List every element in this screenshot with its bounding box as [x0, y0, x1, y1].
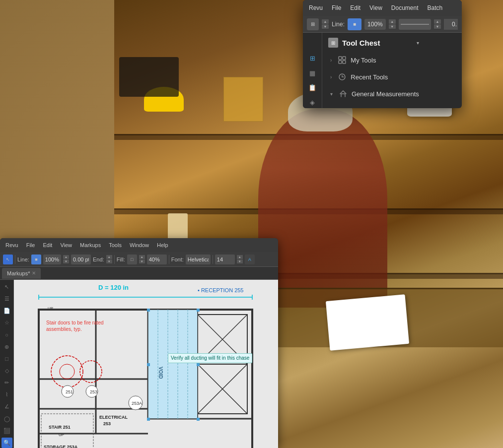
- bp-fill-percent-input[interactable]: [147, 255, 167, 264]
- menu-batch[interactable]: Batch: [424, 2, 447, 13]
- bp-menu-revu[interactable]: Revu: [2, 241, 22, 249]
- bp-sidebar-hand[interactable]: ☰: [1, 294, 12, 304]
- arrow-up-2[interactable]: ▲: [389, 19, 396, 24]
- bp-arrow-down[interactable]: ▼: [63, 259, 69, 263]
- bp-fill-arrows[interactable]: ▲ ▼: [139, 255, 145, 263]
- bp-end-up[interactable]: ▲: [106, 255, 112, 259]
- general-measurements-label: General Measurements: [352, 90, 419, 98]
- svg-rect-2: [339, 61, 342, 64]
- svg-rect-32: [147, 309, 150, 312]
- bp-font-size-input[interactable]: [215, 255, 235, 264]
- bp-percent-arrows[interactable]: ▲ ▼: [63, 255, 69, 263]
- menu-document[interactable]: Document: [387, 2, 423, 13]
- svg-text:253A: 253A: [132, 401, 142, 406]
- bp-sidebar-ellipse[interactable]: ◯: [1, 414, 12, 424]
- bp-fill-up[interactable]: ▲: [139, 255, 145, 259]
- menu-item-my-tools[interactable]: › My Tools: [322, 52, 425, 68]
- bp-sidebar-bookmark[interactable]: ☆: [1, 318, 12, 328]
- toolbar-arrows-3[interactable]: ▲ ▼: [434, 19, 441, 29]
- toolbar-arrows-1[interactable]: ▲ ▼: [322, 19, 329, 29]
- bp-menu-window[interactable]: Window: [126, 241, 152, 249]
- svg-rect-27: [148, 310, 198, 419]
- bp-fill-down[interactable]: ▼: [139, 259, 145, 263]
- side-icon-doc[interactable]: 📋: [306, 82, 318, 94]
- bp-menu-help[interactable]: Help: [153, 241, 172, 249]
- tab-markups-label: Markups*: [7, 270, 30, 276]
- menu-item-recent-tools[interactable]: › Recent Tools: [322, 68, 425, 85]
- blueprint-window: Revu File Edit View Markups Tools Window…: [0, 238, 278, 448]
- svg-text:VOID: VOID: [158, 367, 163, 379]
- bp-menu-tools[interactable]: Tools: [105, 241, 125, 249]
- bp-line-color[interactable]: ■: [31, 255, 41, 264]
- bp-sidebar-select[interactable]: ↖: [1, 282, 12, 292]
- bp-end-arrows[interactable]: ▲ ▼: [106, 255, 112, 263]
- tab-markups[interactable]: Markups* ✕: [2, 268, 41, 279]
- bp-drawing-area[interactable]: STAIR 251 UP ELECTRICAL 253 251 253 STOR…: [14, 280, 278, 448]
- bp-line-width-input[interactable]: [71, 255, 91, 264]
- svg-rect-0: [339, 57, 342, 60]
- bp-sidebar-fill[interactable]: ⬛: [1, 426, 12, 436]
- bp-sidebar-line[interactable]: ⌇: [1, 389, 12, 400]
- bp-sidebar-diamond[interactable]: ◇: [1, 366, 12, 376]
- svg-text:UP: UP: [48, 306, 53, 311]
- bp-main-content: ↖ ☰ 📄 ☆ ○ ⊕ □ ◇ ✏ ⌇ ∠ ◯ ⬛ 🔍: [0, 280, 278, 448]
- bp-tool-extra[interactable]: A: [245, 255, 255, 264]
- svg-rect-3: [343, 61, 346, 64]
- tool-chest-dropdown: Revu File Edit View Document Batch ⊞ ▲ ▼…: [303, 0, 462, 108]
- svg-text:STAIR 251: STAIR 251: [49, 425, 71, 430]
- bp-arrow-up[interactable]: ▲: [63, 255, 69, 259]
- bp-font-label: Font:: [171, 256, 184, 262]
- side-icon-grid[interactable]: ⊞: [306, 53, 318, 64]
- svg-rect-34: [147, 418, 150, 421]
- svg-text:253: 253: [103, 421, 111, 426]
- stair-annotation: Stair doors to be fire rated assemblies,…: [46, 320, 121, 332]
- toolbar-number-input[interactable]: [444, 19, 458, 30]
- menu-view[interactable]: View: [365, 2, 386, 13]
- menu-item-general-measurements[interactable]: ▾ General Measurements: [322, 85, 425, 102]
- side-icon-panels[interactable]: ▦: [306, 67, 318, 79]
- bp-menu-view[interactable]: View: [57, 241, 75, 249]
- tool-chest-header[interactable]: ⊞ Tool Chest ▾: [322, 33, 425, 52]
- bp-sidebar-angle[interactable]: ∠: [1, 401, 12, 412]
- tab-markups-close[interactable]: ✕: [32, 270, 36, 276]
- bp-sidebar-zoom[interactable]: 🔍: [1, 438, 12, 448]
- toolbar-arrows-2[interactable]: ▲ ▼: [389, 19, 396, 29]
- bp-menu-markups[interactable]: Markups: [76, 241, 104, 249]
- arrow-up-3[interactable]: ▲: [434, 19, 441, 24]
- arrow-down-3[interactable]: ▼: [434, 24, 441, 29]
- side-icon-layers[interactable]: ◈: [306, 97, 318, 109]
- line-preview: [401, 24, 429, 25]
- menu-file[interactable]: File: [328, 2, 345, 13]
- bp-fontsize-up[interactable]: ▲: [237, 255, 243, 259]
- bp-fontsize-arrows[interactable]: ▲ ▼: [237, 255, 243, 263]
- bp-separator-2: [114, 255, 115, 264]
- arrow-down-1[interactable]: ▼: [322, 24, 329, 29]
- recent-tools-icon: [338, 72, 347, 81]
- toolbar-icon-1[interactable]: ⊞: [307, 18, 319, 30]
- bp-sidebar-circle[interactable]: ○: [1, 330, 12, 340]
- line-style-box[interactable]: [399, 19, 431, 30]
- bp-font-input[interactable]: [186, 255, 211, 264]
- bp-end-down[interactable]: ▼: [106, 259, 112, 263]
- bp-fill-color[interactable]: □: [127, 255, 137, 264]
- bp-tool-select[interactable]: ↖: [3, 255, 13, 264]
- svg-rect-37: [197, 363, 200, 366]
- bp-menu-file[interactable]: File: [23, 241, 39, 249]
- arrow-up-1[interactable]: ▲: [322, 19, 329, 24]
- bp-sidebar-crosshair[interactable]: ⊕: [1, 342, 12, 352]
- bp-left-sidebar: ↖ ☰ 📄 ☆ ○ ⊕ □ ◇ ✏ ⌇ ∠ ◯ ⬛ 🔍: [0, 280, 14, 448]
- bp-menu-edit[interactable]: Edit: [39, 241, 56, 249]
- bp-sidebar-doc[interactable]: 📄: [1, 306, 12, 316]
- general-measurements-chevron: ▾: [330, 91, 333, 97]
- reception-label: • RECEPTION 255: [198, 287, 244, 293]
- bp-sidebar-rect[interactable]: □: [1, 354, 12, 364]
- bp-sidebar-pen[interactable]: ✏: [1, 378, 12, 388]
- menu-edit[interactable]: Edit: [346, 2, 364, 13]
- svg-text:STORAGE 253A: STORAGE 253A: [44, 445, 78, 448]
- bp-separator-4: [213, 255, 213, 264]
- arrow-down-2[interactable]: ▼: [389, 24, 396, 29]
- app-menu-bar: Revu File Edit View Document Batch: [303, 0, 462, 16]
- bp-fontsize-down[interactable]: ▼: [237, 259, 243, 263]
- menu-revu[interactable]: Revu: [305, 2, 327, 13]
- line-color-picker[interactable]: ■: [348, 18, 361, 30]
